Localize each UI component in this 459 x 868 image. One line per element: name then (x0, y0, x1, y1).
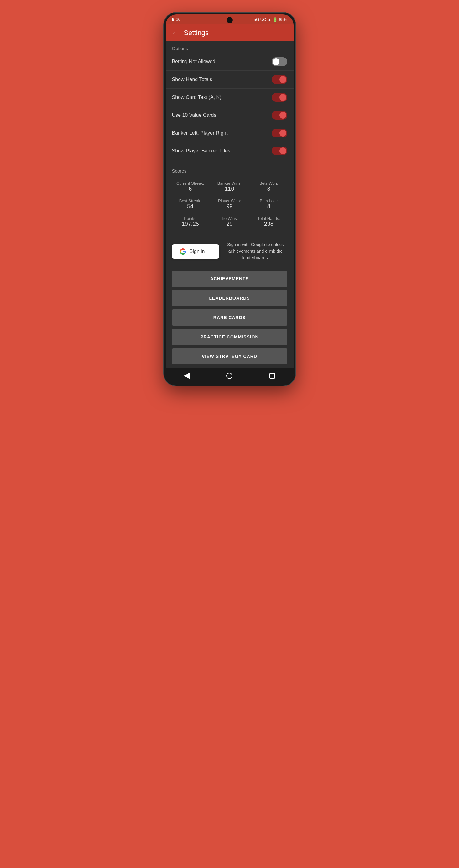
toggle-betting[interactable] (271, 57, 287, 66)
setting-row-banker-left: Banker Left, Player Right (166, 124, 293, 142)
score-label-points: Points: (172, 216, 209, 221)
score-value-tie-wins: 29 (211, 221, 248, 227)
score-label-current-streak: Current Streak: (172, 181, 209, 186)
setting-row-10-value: Use 10 Value Cards (166, 106, 293, 124)
battery-label: 85% (279, 17, 287, 22)
toggle-knob-card-text (280, 94, 286, 101)
score-total-hands: Total Hands: 238 (249, 213, 288, 230)
google-signin-button[interactable]: Sign in (172, 244, 219, 259)
toggle-hand-totals[interactable] (271, 75, 287, 84)
toggle-knob-10-value (280, 112, 286, 119)
status-icons: 5G UC ▲ 🔋 85% (254, 17, 287, 22)
setting-row-player-banker-titles: Show Player Banker Titles (166, 142, 293, 160)
toggle-card-text[interactable] (271, 93, 287, 102)
score-player-wins: Player Wins: 99 (210, 195, 249, 213)
phone-frame: 9:16 5G UC ▲ 🔋 85% ← Settings Options Be… (164, 12, 295, 386)
setting-row-hand-totals: Show Hand Totals (166, 71, 293, 89)
score-value-current-streak: 6 (172, 186, 209, 192)
setting-row-card-text: Show Card Text (A, K) (166, 89, 293, 106)
toggle-10-value[interactable] (271, 111, 287, 120)
toggle-knob-hand-totals (280, 76, 286, 83)
score-current-streak: Current Streak: 6 (171, 178, 210, 195)
achievements-label: ACHIEVEMENTS (210, 276, 249, 281)
toggle-banker-left[interactable] (271, 129, 287, 137)
scores-header: Scores (166, 164, 293, 175)
score-label-total-hands: Total Hands: (250, 216, 287, 221)
rare-cards-label: RARE CARDS (213, 315, 246, 320)
nav-recents-button[interactable] (269, 373, 275, 379)
scores-grid: Current Streak: 6 Banker Wins: 110 Bets … (166, 175, 293, 233)
score-value-total-hands: 238 (250, 221, 287, 227)
score-tie-wins: Tie Wins: 29 (210, 213, 249, 230)
practice-commission-label: PRACTICE COMMISSION (200, 334, 258, 339)
signin-button-label: Sign in (190, 249, 205, 254)
score-value-bets-lost: 8 (250, 203, 287, 210)
network-label: 5G UC (254, 17, 266, 22)
score-value-points: 197.25 (172, 221, 209, 227)
google-logo-icon (179, 248, 187, 255)
setting-label-banker-left: Banker Left, Player Right (172, 130, 228, 136)
score-label-tie-wins: Tie Wins: (211, 216, 248, 221)
achievements-button[interactable]: ACHIEVEMENTS (172, 271, 287, 287)
score-bets-lost: Bets Lost: 8 (249, 195, 288, 213)
score-label-banker-wins: Banker Wins: (211, 181, 248, 186)
battery-icon: 🔋 (272, 17, 278, 22)
nav-home-button[interactable] (226, 373, 232, 379)
score-value-banker-wins: 110 (211, 186, 248, 192)
setting-label-10-value: Use 10 Value Cards (172, 113, 217, 118)
rare-cards-button[interactable]: RARE CARDS (172, 309, 287, 326)
nav-back-button[interactable] (184, 373, 190, 379)
score-label-player-wins: Player Wins: (211, 198, 248, 203)
signin-section: Sign in Sign in with Google to unlock ac… (166, 235, 293, 268)
toggle-knob-banker-left (280, 130, 286, 136)
score-label-bets-lost: Bets Lost: (250, 198, 287, 203)
setting-label-card-text: Show Card Text (A, K) (172, 95, 222, 100)
settings-content: Options Betting Not Allowed Show Hand To… (166, 41, 293, 368)
score-value-player-wins: 99 (211, 203, 248, 210)
score-label-bets-won: Bets Won: (250, 181, 287, 186)
options-section: Options Betting Not Allowed Show Hand To… (166, 41, 293, 160)
signal-icon: ▲ (267, 17, 271, 22)
page-title: Settings (184, 29, 209, 37)
leaderboards-label: LEADERBOARDS (209, 296, 250, 301)
score-points: Points: 197.25 (171, 213, 210, 230)
score-bets-won: Bets Won: 8 (249, 178, 288, 195)
status-time: 9:16 (172, 17, 181, 22)
score-value-best-streak: 54 (172, 203, 209, 210)
navigation-bar (166, 368, 293, 384)
leaderboards-button[interactable]: LEADERBOARDS (172, 290, 287, 306)
options-header: Options (166, 41, 293, 53)
setting-label-betting: Betting Not Allowed (172, 59, 216, 64)
toggle-knob-player-banker-titles (280, 148, 286, 154)
setting-label-hand-totals: Show Hand Totals (172, 77, 212, 82)
back-button[interactable]: ← (172, 29, 179, 37)
score-best-streak: Best Streak: 54 (171, 195, 210, 213)
score-label-best-streak: Best Streak: (172, 198, 209, 203)
view-strategy-card-button[interactable]: VIEW STRATEGY CARD (172, 348, 287, 365)
view-strategy-card-label: VIEW STRATEGY CARD (202, 354, 257, 359)
app-header: ← Settings (166, 24, 293, 41)
practice-commission-button[interactable]: PRACTICE COMMISSION (172, 329, 287, 345)
toggle-player-banker-titles[interactable] (271, 147, 287, 155)
score-banker-wins: Banker Wins: 110 (210, 178, 249, 195)
scores-section: Scores Current Streak: 6 Banker Wins: 11… (166, 162, 293, 235)
setting-label-player-banker-titles: Show Player Banker Titles (172, 148, 231, 154)
camera-notch (227, 17, 233, 23)
score-value-bets-won: 8 (250, 186, 287, 192)
setting-row-betting: Betting Not Allowed (166, 53, 293, 71)
toggle-knob-betting (272, 58, 280, 65)
signin-description: Sign in with Google to unlock achievemen… (224, 241, 287, 261)
action-buttons-section: ACHIEVEMENTS LEADERBOARDS RARE CARDS PRA… (166, 268, 293, 368)
